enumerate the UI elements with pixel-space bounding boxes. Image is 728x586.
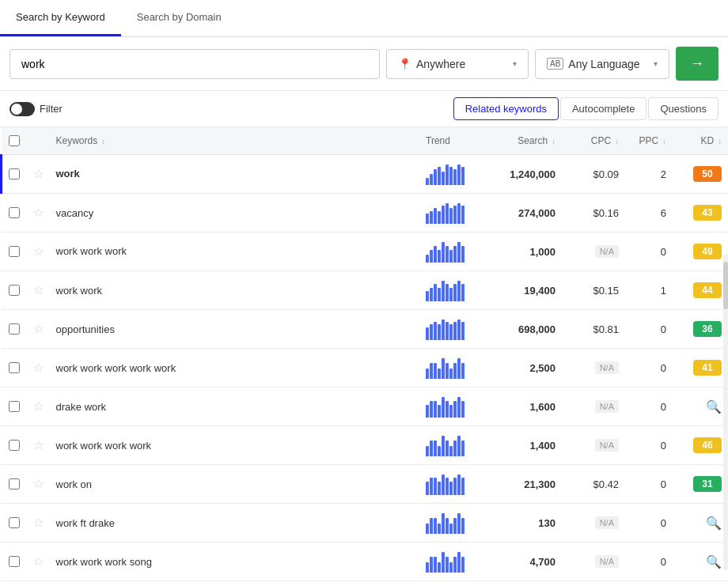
filter-label: Filter — [40, 103, 63, 115]
spark-bar — [426, 255, 429, 263]
col-header-kd[interactable]: KD ↕ — [673, 127, 728, 155]
star-icon[interactable]: ☆ — [33, 516, 44, 529]
col-header-keyword[interactable]: Keywords ↕ — [50, 127, 420, 155]
cpc-cell: $0.15 — [562, 271, 625, 310]
kd-search-icon[interactable]: 🔍 — [706, 516, 722, 530]
kd-badge: 43 — [693, 205, 722, 221]
star-icon[interactable]: ☆ — [33, 399, 44, 413]
kd-cell: 🔍 — [673, 543, 728, 581]
filter-bar: Filter Related keywords Autocomplete Que… — [0, 91, 728, 127]
kd-badge: 31 — [693, 476, 722, 492]
row-checkbox-10[interactable] — [9, 556, 20, 567]
col-header-trend: Trend — [419, 127, 491, 155]
row-checkbox-8[interactable] — [9, 478, 20, 490]
star-icon[interactable]: ☆ — [33, 361, 44, 374]
spark-bar — [453, 169, 457, 185]
search-bar: 📍 Anywhere ▾ AB Any Language ▾ → — [0, 37, 728, 91]
spark-bar — [442, 513, 445, 534]
ppc-cell: 0 — [625, 388, 673, 426]
ppc-cell: 0 — [625, 543, 673, 581]
search-cell: 274,000 — [491, 194, 562, 233]
kd-search-icon[interactable]: 🔍 — [706, 555, 722, 569]
keyword-text: opportunities — [56, 323, 115, 335]
tab-domain[interactable]: Search by Domain — [121, 0, 237, 36]
col-header-cpc[interactable]: CPC ↕ — [562, 127, 625, 155]
location-value: Anywhere — [416, 58, 508, 70]
filter-tab-questions[interactable]: Questions — [648, 97, 719, 120]
spark-bar — [426, 178, 429, 185]
table-row: ☆work work19,400$0.15144 — [2, 271, 729, 310]
spark-bar — [461, 557, 464, 573]
col-header-search[interactable]: Search ↕ — [491, 127, 562, 155]
kd-cell: 🔍 — [673, 388, 728, 426]
star-icon[interactable]: ☆ — [33, 554, 44, 568]
col-header-ppc[interactable]: PPC ↕ — [625, 127, 673, 155]
ppc-cell: 2 — [625, 155, 673, 194]
spark-bar — [426, 291, 429, 301]
star-icon[interactable]: ☆ — [33, 167, 44, 180]
toggle-switch[interactable] — [9, 102, 35, 116]
select-all-checkbox[interactable] — [9, 135, 20, 146]
language-select[interactable]: AB Any Language ▾ — [535, 49, 669, 79]
kd-cell: 41 — [673, 349, 728, 388]
spark-bar — [442, 319, 445, 340]
row-checkbox-6[interactable] — [9, 401, 20, 412]
cpc-cell: N/A — [562, 388, 625, 426]
star-icon[interactable]: ☆ — [33, 244, 44, 258]
kd-cell: 46 — [673, 426, 728, 465]
spark-bar — [453, 557, 457, 573]
spark-bar — [449, 562, 453, 573]
cpc-cell: N/A — [562, 349, 625, 388]
star-icon[interactable]: ☆ — [33, 206, 44, 219]
scrollbar-thumb[interactable] — [723, 262, 728, 309]
location-icon: 📍 — [398, 58, 411, 70]
spark-bar — [457, 319, 461, 340]
search-input[interactable] — [9, 49, 380, 79]
ppc-cell: 6 — [625, 194, 673, 233]
kd-badge: 49 — [693, 244, 722, 259]
keywords-table: Keywords ↕ Trend Search ↕ CPC ↕ PPC ↕ — [0, 127, 728, 581]
star-icon[interactable]: ☆ — [33, 283, 44, 297]
spark-bar — [430, 174, 433, 185]
row-checkbox-1[interactable] — [9, 207, 20, 218]
filter-tab-autocomplete[interactable]: Autocomplete — [560, 97, 647, 120]
spark-bar — [434, 169, 437, 185]
row-checkbox-4[interactable] — [9, 323, 20, 335]
spark-bar — [430, 518, 433, 534]
spark-bar — [426, 327, 429, 340]
star-icon[interactable]: ☆ — [33, 438, 44, 452]
spark-bar — [430, 363, 433, 379]
star-icon[interactable]: ☆ — [33, 477, 44, 490]
spark-bar — [434, 518, 437, 534]
search-button[interactable]: → — [676, 47, 719, 81]
spark-bar — [430, 478, 433, 495]
spark-bar — [434, 208, 437, 224]
tab-keyword[interactable]: Search by Keyword — [0, 0, 121, 36]
kd-cell: 44 — [673, 271, 728, 310]
row-checkbox-5[interactable] — [9, 362, 20, 373]
spark-bar — [453, 518, 457, 534]
kd-badge: 44 — [693, 282, 722, 298]
spark-bar — [438, 562, 441, 573]
row-checkbox-9[interactable] — [9, 517, 20, 528]
trend-cell — [419, 426, 491, 465]
location-select[interactable]: 📍 Anywhere ▾ — [386, 49, 529, 79]
ppc-cell: 0 — [625, 465, 673, 504]
spark-bar — [438, 446, 441, 456]
star-icon[interactable]: ☆ — [33, 322, 44, 335]
table-row: ☆work work work song4,700N/A0🔍 — [2, 543, 729, 581]
spark-bar — [457, 436, 461, 456]
kd-search-icon[interactable]: 🔍 — [706, 400, 722, 414]
filter-tab-related[interactable]: Related keywords — [453, 97, 559, 120]
row-checkbox-0[interactable] — [9, 168, 20, 180]
spark-bar — [430, 250, 433, 263]
row-checkbox-7[interactable] — [9, 440, 20, 451]
row-checkbox-2[interactable] — [9, 246, 20, 257]
ppc-cell: 0 — [625, 310, 673, 349]
row-checkbox-3[interactable] — [9, 285, 20, 296]
cpc-cell: N/A — [562, 504, 625, 543]
keyword-text: work work work work work — [56, 362, 176, 374]
table-row: ☆work work work work work2,500N/A041 — [2, 349, 729, 388]
spark-bar — [461, 246, 464, 263]
filter-toggle[interactable]: Filter — [9, 102, 63, 116]
